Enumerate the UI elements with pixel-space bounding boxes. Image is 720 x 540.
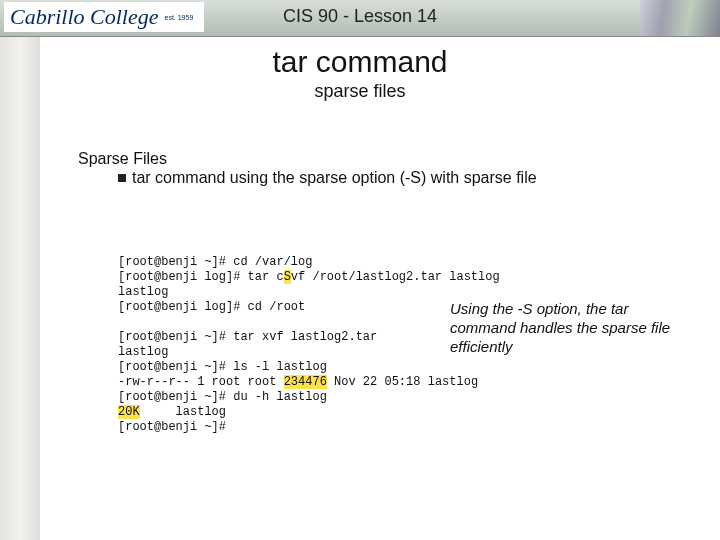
bullet-item: tar command using the sparse option (-S)… xyxy=(118,168,668,188)
term-line: [root@benji log]# tar c xyxy=(118,270,284,284)
highlight-du: 20K xyxy=(118,405,140,419)
highlight-S: S xyxy=(284,270,291,284)
highlight-size: 234476 xyxy=(284,375,327,389)
term-line: [root@benji log]# cd /root xyxy=(118,300,305,314)
content-block: Sparse Files tar command using the spars… xyxy=(78,150,668,188)
header-photo xyxy=(640,0,720,36)
page-subtitle: sparse files xyxy=(0,81,720,102)
term-line: Nov 22 05:18 lastlog xyxy=(327,375,478,389)
header-title: CIS 90 - Lesson 14 xyxy=(0,6,720,27)
term-line: [root@benji ~]# tar xvf lastlog2.tar xyxy=(118,330,377,344)
term-line: [root@benji ~]# ls -l lastlog xyxy=(118,360,327,374)
annotation-text: Using the -S option, the tar command han… xyxy=(450,300,680,356)
term-line: lastlog xyxy=(118,285,168,299)
term-line: vf /root/lastlog2.tar lastlog xyxy=(291,270,500,284)
term-line: [root@benji ~]# du -h lastlog xyxy=(118,390,327,404)
term-blank xyxy=(118,315,125,329)
page-title: tar command xyxy=(0,45,720,79)
term-line: lastlog xyxy=(118,345,168,359)
bullet-text: tar command using the sparse option (-S)… xyxy=(132,169,537,186)
bullet-icon xyxy=(118,174,126,182)
decorative-pillar xyxy=(0,0,40,540)
header-bar: Cabrillo College est. 1959 CIS 90 - Less… xyxy=(0,0,720,37)
term-line: lastlog xyxy=(140,405,226,419)
term-line: -rw-r--r-- 1 root root xyxy=(118,375,284,389)
term-line: [root@benji ~]# cd /var/log xyxy=(118,255,312,269)
term-line: [root@benji ~]# xyxy=(118,420,226,434)
section-heading: Sparse Files xyxy=(78,150,668,168)
